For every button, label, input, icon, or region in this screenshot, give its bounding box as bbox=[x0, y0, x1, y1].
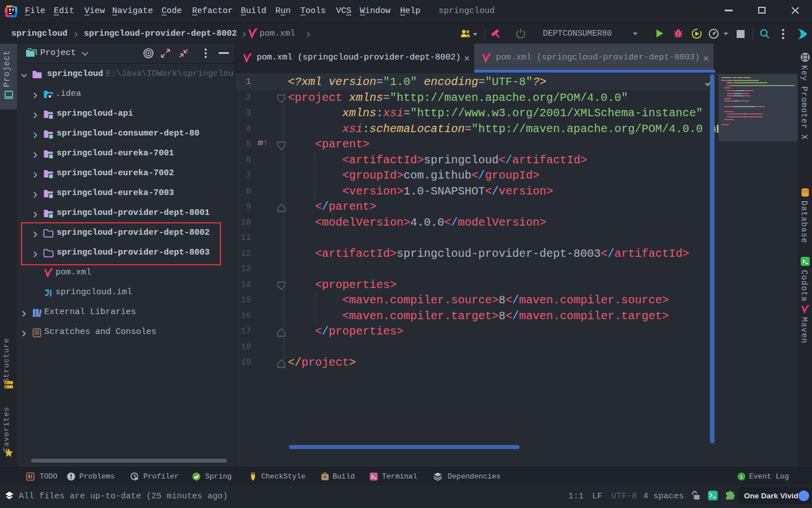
svg-text:1: 1 bbox=[740, 473, 743, 480]
